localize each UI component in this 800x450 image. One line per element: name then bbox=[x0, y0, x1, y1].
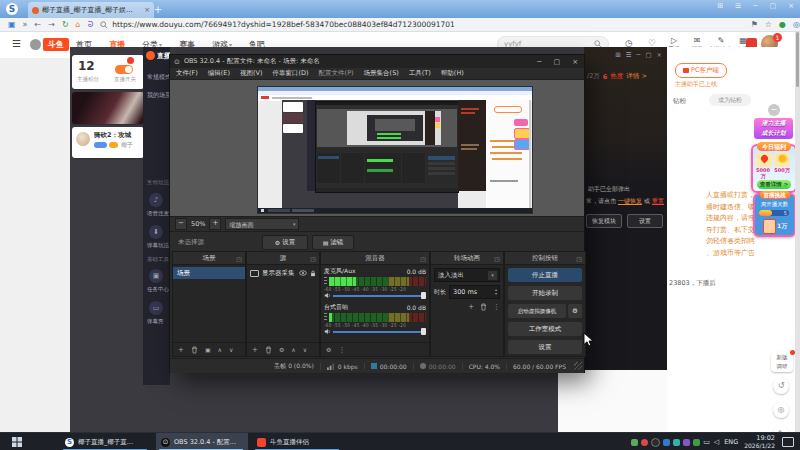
mic-volume-slider[interactable] bbox=[333, 292, 426, 299]
menu-file[interactable]: 文件(F) bbox=[176, 69, 198, 78]
obs-titlebar[interactable]: ⊙ OBS 32.0.4 - 配置文件: 未命名 - 场景: 未命名 ─ ▢ × bbox=[170, 55, 584, 68]
stream-info-card[interactable]: 骑砍2：攻城 椰子 bbox=[72, 127, 144, 158]
duplicate-scene-icon[interactable]: ▣ bbox=[205, 346, 211, 353]
start-recording-button[interactable]: 开始录制 bbox=[508, 286, 582, 300]
notification-center-icon[interactable] bbox=[782, 437, 794, 447]
virtual-camera-settings-button[interactable]: ⚙ bbox=[568, 304, 582, 318]
douyu-logo[interactable]: 斗鱼 bbox=[43, 38, 69, 51]
tray-chat-icon[interactable]: ▭ bbox=[703, 438, 710, 446]
source-properties-button[interactable]: ⚙设置 bbox=[262, 235, 308, 250]
popout-icon[interactable]: ◳ bbox=[420, 253, 426, 265]
back-icon[interactable]: ← bbox=[34, 20, 41, 29]
sidebar-toggle-icon[interactable]: ▣ bbox=[8, 20, 16, 29]
stream-cover-image[interactable] bbox=[72, 92, 144, 124]
scene-item[interactable]: 场景 bbox=[173, 267, 245, 279]
source-filters-button[interactable]: ▤滤镜 bbox=[312, 235, 354, 250]
survey-button[interactable]: 新版 调研 bbox=[771, 352, 793, 372]
menu-tools[interactable]: 工具(T) bbox=[409, 69, 431, 78]
mixer-header[interactable]: 混音器◳ bbox=[321, 252, 429, 265]
taskbar-item-browser[interactable]: S 椰子直播_椰子直... bbox=[60, 433, 152, 450]
live-toggle[interactable] bbox=[115, 65, 133, 74]
page-scrollbar[interactable] bbox=[795, 32, 800, 432]
reset-link[interactable]: 重置 bbox=[652, 197, 664, 206]
scenes-header[interactable]: 场景◳ bbox=[173, 252, 245, 265]
profile-icon[interactable]: ⊞ bbox=[717, 2, 723, 10]
speaker-icon[interactable] bbox=[324, 328, 331, 335]
extensions-chevron-icon[interactable]: » bbox=[23, 20, 28, 29]
tray-icon-teal[interactable] bbox=[673, 439, 680, 446]
voice-link-label[interactable]: 语音连麦 bbox=[147, 210, 169, 217]
popout-icon[interactable]: ◳ bbox=[494, 253, 500, 265]
scrollbar-thumb[interactable] bbox=[796, 32, 799, 87]
stop-streaming-button[interactable]: 停止直播 bbox=[508, 268, 582, 282]
resize-grip[interactable] bbox=[574, 362, 582, 370]
duration-input[interactable]: 300 ms ▴▾ bbox=[449, 285, 500, 299]
menu-help[interactable]: 帮助(H) bbox=[441, 69, 464, 78]
potential-streamer-badge[interactable]: 潜力主播 成长计划 bbox=[753, 117, 794, 140]
browser-tab[interactable]: 椰子直播_椰子直播_椰子娱... × bbox=[28, 2, 154, 18]
tray-icon-blue[interactable] bbox=[663, 439, 670, 446]
tray-volume-icon[interactable]: ◁ bbox=[714, 438, 719, 446]
new-tab-button[interactable]: + bbox=[152, 4, 164, 16]
transition-more-icon[interactable]: ⋮ bbox=[493, 303, 500, 311]
companion-menu-icon[interactable]: ☰ bbox=[626, 51, 632, 59]
move-down-icon[interactable]: ∨ bbox=[229, 346, 233, 353]
mixer-settings-icon[interactable]: ⚙ bbox=[326, 346, 331, 353]
zoom-mode-dropdown[interactable]: 缩放画面 ▾ bbox=[225, 218, 299, 230]
companion-mode-scenes[interactable]: 我的场景 bbox=[147, 91, 170, 100]
move-up-icon[interactable]: ∧ bbox=[291, 346, 295, 353]
danmu-show-label[interactable]: 弹幕秀 bbox=[147, 318, 164, 325]
popout-icon[interactable]: ◳ bbox=[310, 253, 316, 265]
task-center-icon[interactable]: ▣ bbox=[149, 269, 163, 283]
zoom-out-button[interactable]: − bbox=[175, 218, 187, 230]
tray-icon-green[interactable] bbox=[631, 439, 638, 446]
obs-close-icon[interactable]: × bbox=[572, 58, 578, 66]
minimize-icon[interactable]: ─ bbox=[753, 2, 757, 10]
proxy-icon[interactable]: ᘐ bbox=[88, 20, 94, 30]
add-source-icon[interactable]: + bbox=[252, 346, 258, 354]
close-icon[interactable]: × bbox=[788, 2, 794, 10]
obs-preview-area[interactable] bbox=[170, 80, 584, 216]
studio-mode-button[interactable]: 工作室模式 bbox=[508, 322, 582, 336]
lock-icon[interactable] bbox=[310, 270, 316, 277]
menu-scene-collection[interactable]: 场景集合(S) bbox=[364, 69, 399, 78]
tab-close-icon[interactable]: × bbox=[144, 6, 150, 14]
mixer-grip[interactable] bbox=[324, 313, 327, 322]
become-fan-button[interactable]: 成为钻粉 bbox=[709, 94, 751, 106]
companion-close-icon[interactable]: × bbox=[657, 51, 662, 59]
tray-icon-dark[interactable] bbox=[651, 438, 660, 447]
move-down-icon[interactable]: ∨ bbox=[303, 346, 307, 353]
daily-bonus-panel[interactable]: 今日福利 5000万 500万 查看详情 > bbox=[751, 144, 797, 193]
companion-pin-icon[interactable]: ⊞ bbox=[615, 51, 620, 59]
transition-select[interactable]: 淡入淡出 ▾ bbox=[434, 268, 500, 282]
start-button[interactable] bbox=[12, 437, 22, 447]
companion-mode-normal[interactable]: 常规模式 bbox=[147, 73, 170, 82]
source-item[interactable]: 显示器采集 bbox=[247, 267, 319, 279]
menu-docks[interactable]: 停靠窗口(D) bbox=[273, 69, 309, 78]
source-properties-icon[interactable]: ⚙ bbox=[279, 346, 284, 353]
companion-maximize-icon[interactable]: ▢ bbox=[645, 51, 651, 59]
visibility-eye-icon[interactable] bbox=[299, 270, 307, 276]
danmu-show-icon[interactable]: ▭ bbox=[149, 301, 163, 315]
reload-icon[interactable]: ↻ bbox=[62, 20, 69, 29]
menu-view[interactable]: 视图(V) bbox=[240, 69, 263, 78]
remove-scene-icon[interactable] bbox=[191, 346, 198, 354]
history-refresh-icon[interactable]: ↺ bbox=[773, 378, 789, 394]
menu-profile[interactable]: 配置文件(P) bbox=[319, 69, 354, 78]
add-transition-icon[interactable]: + bbox=[468, 303, 474, 311]
home-icon[interactable]: ⌂ bbox=[76, 20, 81, 29]
menu-icon[interactable]: ☰ bbox=[735, 2, 741, 10]
extension-blue-icon[interactable]: ◎ bbox=[793, 20, 800, 29]
companion-settings-button[interactable]: 设置 bbox=[627, 214, 663, 228]
remove-transition-icon[interactable] bbox=[480, 303, 487, 311]
maximize-icon[interactable]: ▢ bbox=[770, 2, 777, 10]
spinner-arrows[interactable]: ▴▾ bbox=[495, 288, 497, 296]
mixer-more-icon[interactable]: ⋮ bbox=[338, 346, 345, 354]
transitions-header[interactable]: 转场动画◳ bbox=[431, 252, 503, 265]
obs-minimize-icon[interactable]: ─ bbox=[537, 58, 541, 66]
danmu-play-label[interactable]: 弹幕玩法 bbox=[147, 242, 169, 249]
speaker-icon[interactable] bbox=[324, 292, 331, 299]
detail-link[interactable]: 详情 > bbox=[626, 72, 647, 81]
companion-minimize-icon[interactable]: ─ bbox=[636, 51, 640, 59]
sources-header[interactable]: 源◳ bbox=[247, 252, 319, 265]
